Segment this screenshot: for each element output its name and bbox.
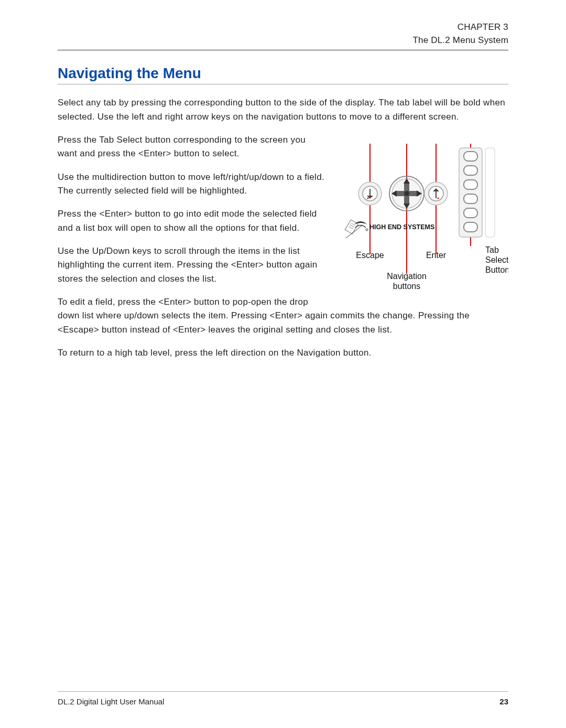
figure-label-enter: Enter [426, 251, 447, 260]
tab-select-buttons-icon [459, 148, 495, 237]
figure-label-nav1: Navigation [387, 272, 427, 281]
svg-rect-29 [464, 166, 477, 175]
enter-button-icon [424, 182, 448, 205]
svg-rect-34 [485, 148, 495, 237]
navigation-dpad-icon [389, 176, 424, 211]
svg-rect-33 [464, 222, 477, 232]
page-footer: DL.2 Digital Light User Manual 23 [58, 691, 508, 706]
header-rule [58, 50, 508, 50]
figure-label-nav2: buttons [393, 282, 420, 291]
section-title: Navigating the Menu [58, 65, 508, 84]
svg-rect-28 [464, 152, 477, 161]
figure-label-tab2: Select [485, 255, 508, 264]
body-text: Select any tab by pressing the correspon… [58, 96, 508, 369]
control-panel-figure: HIGH END SYSTEMS Escape Enter Navigatio [335, 133, 508, 291]
svg-rect-32 [464, 208, 477, 218]
paragraph: To edit a field, press the <Enter> butto… [58, 295, 508, 337]
svg-point-12 [367, 197, 369, 199]
brand-text: HIGH END SYSTEMS [369, 223, 434, 231]
paragraph: Select any tab by pressing the correspon… [58, 96, 508, 124]
figure-label-tab1: Tab [485, 245, 499, 254]
paragraph: To return to a high tab level, press the… [58, 346, 508, 360]
chapter-subtitle: The DL.2 Menu System [58, 34, 508, 47]
svg-line-7 [349, 227, 353, 229]
escape-button-icon [358, 182, 382, 205]
chapter-label: CHAPTER 3 [58, 21, 508, 34]
svg-rect-31 [464, 194, 477, 204]
figure-label-escape: Escape [356, 251, 384, 260]
page-header: CHAPTER 3 The DL.2 Menu System [58, 21, 508, 50]
footer-title: DL.2 Digital Light User Manual [58, 697, 164, 706]
svg-rect-30 [464, 180, 477, 189]
figure-label-tab3: Buttons [485, 265, 508, 274]
svg-line-6 [350, 224, 354, 227]
svg-point-21 [404, 191, 409, 196]
page-number: 23 [499, 697, 508, 706]
svg-point-26 [366, 229, 368, 231]
svg-point-25 [438, 197, 439, 199]
